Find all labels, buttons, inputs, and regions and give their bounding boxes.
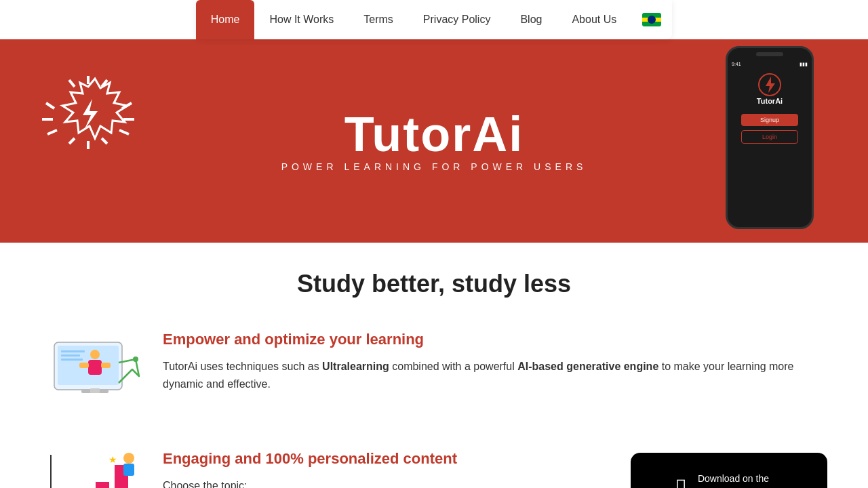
feature-body-mid-1: combined with a powerful — [389, 361, 517, 372]
nav-blog[interactable]: Blog — [505, 0, 557, 39]
feature-bold-2: AI-based generative engine — [517, 361, 658, 372]
svg-rect-18 — [101, 363, 111, 368]
right-panel:  Download on the App Store 9:41 ▮▮▮ ⬛ A… — [631, 453, 827, 488]
main-content: Study better, study less — [0, 243, 868, 488]
badge-big-text: App Store — [698, 484, 782, 488]
hero-tagline: POWER LEARNING FOR POWER USERS — [281, 161, 587, 172]
svg-line-2 — [47, 130, 57, 134]
badge-small-text: Download on the — [698, 473, 782, 484]
svg-rect-19 — [61, 350, 85, 352]
svg-rect-21 — [61, 359, 83, 361]
feature-body-1: TutorAi uses techniques such as Ultralea… — [163, 358, 827, 392]
svg-line-8 — [69, 80, 75, 87]
feature-heading-1: Empower and optimize your learning — [163, 331, 827, 348]
svg-rect-23 — [90, 388, 100, 393]
nav-privacy[interactable]: Privacy Policy — [408, 0, 506, 39]
svg-line-11 — [69, 138, 75, 144]
brazil-flag-icon — [642, 13, 661, 26]
svg-rect-20 — [61, 354, 80, 357]
svg-rect-17 — [79, 363, 89, 368]
navigation: Home How It Works Terms Privacy Policy B… — [0, 0, 868, 39]
nav-how-it-works[interactable]: How It Works — [254, 0, 349, 39]
svg-rect-27 — [96, 482, 109, 488]
feature-text-1: Empower and optimize your learning Tutor… — [163, 325, 827, 392]
phone-screen: TutorAi Signup Login — [732, 70, 808, 222]
language-selector[interactable] — [631, 2, 672, 37]
hero-left-decoration — [27, 73, 149, 209]
hero-phone-mockup: 9:41 ▮▮▮ TutorAi Signup Login — [726, 46, 814, 229]
svg-rect-32 — [123, 464, 134, 476]
phone-signup-btn: Signup — [741, 114, 797, 126]
nav-about[interactable]: About Us — [557, 0, 631, 39]
phone-login-btn: Login — [741, 130, 797, 144]
hero-logo-area: TutorAi POWER LEARNING FOR POWER USERS — [281, 110, 587, 172]
feature-bold-1: Ultralearning — [322, 361, 389, 372]
svg-point-15 — [90, 350, 100, 359]
hero-logo-text: TutorAi — [281, 110, 587, 159]
hero-section: TutorAi POWER LEARNING FOR POWER USERS 9… — [0, 39, 868, 243]
svg-rect-16 — [88, 360, 102, 375]
svg-text:★: ★ — [108, 454, 117, 465]
section-title: Study better, study less — [41, 270, 827, 298]
feature-row-1: Empower and optimize your learning Tutor… — [41, 325, 827, 420]
phone-logo-text: TutorAi — [757, 97, 783, 105]
feature-icon-growth: ★ — [41, 445, 149, 488]
svg-line-5 — [119, 130, 129, 134]
feature-body-prefix-1: TutorAi uses techniques such as — [163, 361, 322, 372]
svg-point-31 — [123, 453, 134, 464]
nav-terms[interactable]: Terms — [349, 0, 408, 39]
svg-line-10 — [102, 138, 107, 144]
apple-icon:  — [676, 474, 687, 488]
feature-icon-learning — [41, 325, 149, 420]
svg-line-0 — [46, 103, 54, 108]
svg-point-24 — [133, 357, 138, 362]
badge-text-area: Download on the App Store — [698, 473, 782, 488]
phone-logo-icon — [757, 73, 782, 97]
phone-status-bar: 9:41 ▮▮▮ — [732, 62, 808, 67]
phone-notch — [756, 52, 783, 56]
nav-home[interactable]: Home — [196, 0, 255, 39]
app-store-badge[interactable]:  Download on the App Store — [631, 453, 827, 488]
